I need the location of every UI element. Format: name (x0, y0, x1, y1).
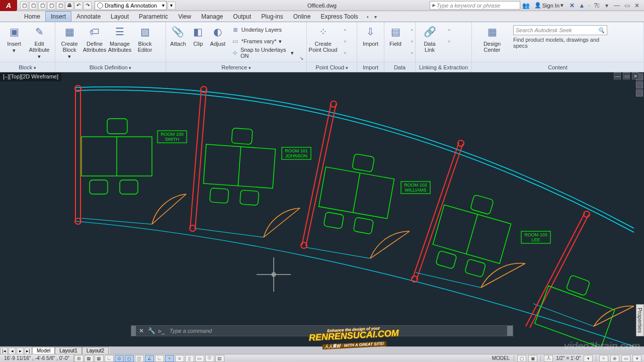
tab-online[interactable]: Online (288, 12, 316, 22)
3dosnap-icon[interactable]: ◫ (135, 355, 144, 362)
viewport-max-icon[interactable]: ▭ (623, 72, 630, 79)
ltab-last-icon[interactable]: ▸| (25, 347, 32, 354)
frames-button[interactable]: ▭*Frames vary* ▾ (229, 36, 296, 47)
minimize-icon[interactable]: — (613, 2, 621, 10)
define-attributes-button[interactable]: 🏷Define Attributes (83, 23, 107, 54)
snap-icon[interactable]: ▦ (85, 355, 94, 362)
exchange-icon[interactable]: ✕ (568, 2, 576, 10)
design-center-button[interactable]: ▦Design Center (474, 23, 510, 54)
sr1-icon[interactable]: ▢ (517, 355, 526, 362)
create-block-button[interactable]: ▦Create Block▾ (57, 23, 82, 60)
plot-icon[interactable]: ▢ (56, 2, 64, 10)
restore-icon[interactable]: ▭ (623, 2, 631, 10)
annotation-scale[interactable]: 1/2" = 1'-0" (554, 355, 582, 361)
close-icon[interactable]: ✕ (633, 2, 641, 10)
underlay-layers-button[interactable]: ≣Underlay Layers (229, 24, 296, 35)
ortho-icon[interactable]: ∟ (105, 355, 114, 362)
datalink-button[interactable]: 🔗Data Link (418, 23, 442, 54)
tab-insert[interactable]: Insert (45, 11, 71, 22)
cmd-close-icon[interactable]: ✕ (136, 326, 146, 336)
infer-icon[interactable]: ⊞ (74, 355, 84, 362)
dyn-icon[interactable]: + (165, 355, 174, 362)
help-icon[interactable]: ?⃝ (593, 2, 601, 10)
tpy-icon[interactable]: ▯ (185, 355, 194, 362)
ltab-first-icon[interactable]: |◂ (1, 347, 8, 354)
layout-tab-layout2[interactable]: Layout2 (82, 347, 109, 354)
block-editor-button[interactable]: ▧Block Editor (133, 23, 157, 54)
field-button[interactable]: ▤Field (386, 23, 405, 48)
nav-zoom-icon[interactable] (636, 89, 643, 97)
tab-plugins[interactable]: Plug-ins (256, 12, 288, 22)
workspace-picker[interactable]: Drafting & Annotation (95, 1, 167, 10)
ltab-prev-icon[interactable]: ◂ (9, 347, 16, 354)
tab-home[interactable]: Home (19, 12, 45, 22)
link-sub1[interactable]: ▫ (444, 24, 455, 35)
sr5-icon[interactable]: ⊕ (610, 355, 619, 362)
search-icon[interactable]: 👥 (522, 2, 530, 10)
clip-button[interactable]: ◧Clip (189, 23, 207, 48)
cmd-input[interactable]: Type a command (167, 328, 507, 334)
pointcloud-sub2[interactable]: ▫ (339, 36, 351, 47)
qp-icon[interactable]: ▭ (195, 355, 204, 362)
sc-icon[interactable]: ⦾ (205, 355, 214, 362)
cmd-tools-icon[interactable]: 🔧 (146, 326, 156, 336)
grid-icon[interactable]: ▦ (95, 355, 104, 362)
undo-icon[interactable]: ↶ (74, 2, 83, 10)
attach-button[interactable]: 📎Attach (168, 23, 188, 48)
status-model[interactable]: MODEL (491, 355, 512, 361)
tab-view[interactable]: View (173, 12, 196, 22)
properties-palette-tab[interactable]: Properties (636, 304, 644, 336)
viewport-min-icon[interactable]: — (614, 72, 621, 79)
redo-icon[interactable]: ↷ (84, 2, 92, 10)
sr6-icon[interactable]: ▭ (621, 355, 630, 362)
snap-underlays-button[interactable]: ⊹Snap to Underlays ON ▾ (229, 47, 296, 58)
saveas-icon[interactable]: ▢ (47, 2, 55, 10)
tab-parametric[interactable]: Parametric (134, 12, 173, 22)
create-pointcloud-button[interactable]: ⁘Create Point Cloud (309, 23, 337, 54)
polar-icon[interactable]: ⊙ (115, 355, 124, 362)
lwt-icon[interactable]: ≡ (175, 355, 184, 362)
tab-express[interactable]: Express Tools (315, 12, 363, 22)
ribbon-min-icon[interactable]: ▾ (372, 13, 379, 20)
import-button[interactable]: ⇩Import (359, 23, 382, 48)
tab-layout[interactable]: Layout (106, 12, 134, 22)
sr4-icon[interactable]: ✧ (599, 355, 608, 362)
sr3-icon[interactable]: ▾ (584, 355, 593, 362)
edit-attribute-button[interactable]: ✎Edit Attribute▾ (27, 23, 51, 60)
cmd-expand-icon[interactable] (507, 326, 513, 336)
panel-blockdef-title[interactable]: Block Definition (90, 64, 131, 70)
help-dropdown-icon[interactable]: ▾ (603, 2, 611, 10)
ltab-next-icon[interactable]: ▸ (17, 347, 24, 354)
tab-focus-icon[interactable]: ▪ (364, 13, 371, 20)
link-sub2[interactable]: ▫ (444, 36, 455, 47)
pointcloud-sub1[interactable]: ▫ (339, 24, 351, 35)
appstore-icon[interactable]: ▲ (578, 2, 586, 10)
open-icon[interactable]: ▢ (29, 2, 37, 10)
seek-search-input[interactable]: Search Autodesk Seek🔍 (513, 25, 607, 35)
viewport-control[interactable]: [–][Top][2D Wireframe] (0, 72, 61, 81)
annoscale-icon[interactable]: 人 (544, 355, 553, 362)
sign-in-button[interactable]: 👤 Sign In ▾ (532, 2, 566, 9)
ducs-icon[interactable]: ∟ (155, 355, 164, 362)
print-icon[interactable]: 🖶 (65, 2, 73, 10)
coordinates-display[interactable]: 16'-9 11/16" , -4'-6 5/8" , 0'-0" (0, 354, 74, 362)
new-icon[interactable]: ▢ (20, 2, 28, 10)
panel-pointcloud-title[interactable]: Point Cloud (315, 64, 348, 70)
tab-manage[interactable]: Manage (196, 12, 228, 22)
am-icon[interactable]: ▤ (215, 355, 224, 362)
insert-block-button[interactable]: ▣Insert▾ (2, 23, 26, 54)
adjust-button[interactable]: ◐Adjust (208, 23, 227, 48)
sr2-icon[interactable]: ▣ (528, 355, 537, 362)
viewport-close-icon[interactable]: ✕ (632, 72, 639, 79)
panel-reference-title[interactable]: Reference (221, 64, 251, 70)
save-icon[interactable]: ▢ (38, 2, 46, 10)
layout-tab-model[interactable]: Model (32, 347, 55, 354)
app-logo[interactable]: A (0, 0, 17, 11)
osnap-icon[interactable]: ◻ (125, 355, 134, 362)
nav-pan-icon[interactable] (636, 81, 643, 88)
otrack-icon[interactable]: ∠ (145, 355, 154, 362)
command-line[interactable]: ✕ 🔧 ▹_ Type a command (131, 325, 513, 336)
drawing-area[interactable]: [–][Top][2D Wireframe] — ▭ ✕ Properties (0, 72, 644, 346)
infocenter-search[interactable]: Type a keyword or phrase (430, 1, 520, 10)
layout-tab-layout1[interactable]: Layout1 (55, 347, 82, 354)
